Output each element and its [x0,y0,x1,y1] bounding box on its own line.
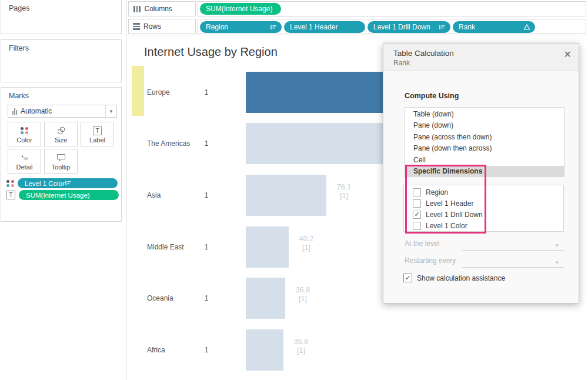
row-header[interactable]: Asia [147,191,206,199]
assistance-label: Show calculation assistance [417,274,505,282]
color-icon [8,126,41,135]
dialog-subtitle: Rank [393,59,410,67]
columns-shelf-label: Columns [128,1,196,16]
pill-region[interactable]: Region [200,21,282,33]
text-label-icon: T [81,126,113,135]
bar[interactable] [246,123,393,164]
pages-shelf[interactable]: Pages [1,0,122,34]
bar-value-label: 36.8[1] [290,286,316,304]
compute-using-heading: Compute Using [405,92,459,100]
assistance-checkbox[interactable]: ✓ [403,274,412,282]
rank-header[interactable]: 1 [203,294,210,302]
pages-label: Pages [9,4,29,12]
pill-sum-internet-usage[interactable]: SUM(Internet Usage) [200,3,281,15]
row-header[interactable]: Oceania [147,294,206,302]
dimension-row[interactable]: Level 1 Header [404,198,563,209]
rank-header[interactable]: 1 [203,139,210,148]
shelf-canvas-divider [126,35,588,35]
dialog-header: Table Calculation Rank ✕ [383,44,579,71]
columns-icon [133,6,141,12]
chevron-down-icon[interactable]: ▾ [556,242,559,248]
bar[interactable] [246,175,326,216]
compute-option[interactable]: Table (down) [405,109,564,120]
bar[interactable] [246,226,289,268]
specific-dimensions-list: Region Level 1 Header ✓Level 1 Drill Dow… [403,185,564,232]
rank-header[interactable]: 1 [203,243,210,251]
checkbox [413,222,421,230]
row-header[interactable]: Africa [147,346,206,354]
row-header[interactable]: The Americas [147,139,206,148]
dimension-row[interactable]: Region [404,186,563,198]
bar-value-label: 40.2[1] [293,235,319,252]
rows-shelf-label: Rows [128,19,196,34]
marks-label: Marks [9,92,29,100]
assistance-row: ✓ Show calculation assistance [403,274,505,282]
dimension-row[interactable]: ✓Level 1 Drill Down [404,209,563,220]
checkbox: ✓ [413,211,421,219]
sort-icon [270,24,277,32]
restarting-every-label: Restarting every [405,256,456,265]
rank-header[interactable]: 1 [203,88,210,96]
filters-shelf[interactable]: Filters [1,39,122,82]
pill-level1-header[interactable]: Level 1 Header [284,21,365,33]
rows-icon [133,23,140,30]
size-button[interactable]: Size [44,122,78,146]
tooltip-button[interactable]: Tooltip [44,149,78,174]
compute-option[interactable]: Specific Dimensions [405,166,564,177]
compute-option[interactable]: Pane (down) [405,120,564,131]
restarting-every-dropdown[interactable] [462,258,564,268]
bar-chart-icon [12,108,17,115]
checkbox [413,188,421,196]
sort-icon [439,24,446,32]
compute-option[interactable]: Pane (down then across) [405,143,564,154]
rank-header[interactable]: 1 [203,346,210,354]
size-icon [45,126,77,135]
pill-rank[interactable]: Rank [453,21,535,33]
detail-icon [8,153,41,162]
bar-value-label: 76.1[1] [331,183,357,201]
compute-option[interactable]: Cell [405,155,564,166]
chevron-down-icon[interactable]: ▾ [105,105,116,117]
dimension-row[interactable]: Level 1 Color [404,220,563,231]
compute-option[interactable]: Pane (across then down) [405,132,564,143]
table-calculation-dialog: Table Calculation Rank ✕ Compute Using T… [383,43,579,304]
color-legend-icon [6,180,15,187]
detail-button[interactable]: Detail [8,149,41,174]
color-legend-band[interactable] [132,66,144,116]
delta-table-calc-icon [523,24,530,32]
sidebar-divider [126,0,126,380]
bar[interactable] [246,329,283,371]
color-button[interactable]: Color [8,122,41,146]
close-icon[interactable]: ✕ [564,49,572,60]
tooltip-icon [45,153,77,162]
marks-pill-level1color[interactable]: Level 1 Color [18,178,118,188]
chevron-down-icon[interactable]: ▾ [556,259,559,265]
sort-icon [65,179,72,188]
rank-header[interactable]: 1 [203,191,210,199]
pill-level1-drilldown[interactable]: Level 1 Drill Down [368,21,450,33]
text-label-icon: T [6,191,15,199]
label-button[interactable]: T Label [81,122,114,146]
checkbox [413,199,421,208]
bar-value-label: 35.8[1] [288,338,314,355]
row-header[interactable]: Europe [147,88,206,96]
filters-label: Filters [9,44,29,52]
dialog-title: Table Calculation [393,49,454,58]
at-the-level-dropdown[interactable] [462,241,564,251]
sheet-title: Internet Usage by Region [144,45,278,59]
marks-card: Marks Automatic ▾ Color Size T Label [1,87,122,222]
compute-using-list: Table (down) Pane (down) Pane (across th… [405,107,564,177]
mark-type-value: Automatic [21,107,52,115]
tableau-workspace: Pages Filters Marks Automatic ▾ Color Si… [0,0,588,380]
row-header[interactable]: Middle East [147,243,206,251]
marks-pill-sum-internet-usage[interactable]: SUM(Internet Usage) [19,190,119,200]
bar[interactable] [246,278,285,319]
at-the-level-label: At the level [405,239,439,248]
mark-type-dropdown[interactable]: Automatic ▾ [8,105,117,118]
